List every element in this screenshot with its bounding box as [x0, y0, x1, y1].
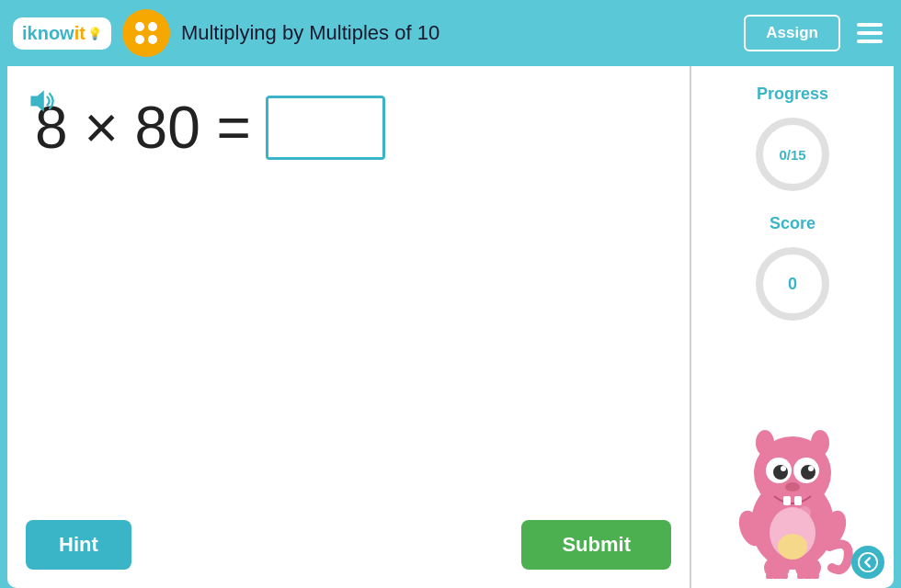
bottom-buttons: Hint Submit [26, 520, 671, 570]
submit-button[interactable]: Submit [521, 520, 671, 570]
svg-marker-0 [30, 90, 43, 111]
lesson-icon [122, 9, 170, 57]
svg-point-11 [773, 465, 788, 480]
menu-line-2 [857, 31, 883, 35]
lesson-title: Multiplying by Multiples of 10 [181, 21, 733, 45]
answer-input[interactable] [266, 96, 385, 160]
equation-area: 8 × 80 = [35, 94, 671, 162]
dot-1 [135, 22, 144, 31]
svg-rect-16 [783, 496, 791, 505]
right-panel: Progress 0/15 Score 0 [691, 66, 894, 588]
header: iknowit 💡 Multiplying by Multiples of 10… [0, 0, 901, 66]
dot-2 [148, 22, 157, 31]
svg-point-8 [811, 430, 829, 456]
svg-point-32 [859, 553, 877, 571]
sound-icon[interactable] [26, 85, 59, 121]
operator: × [84, 95, 134, 161]
assign-button[interactable]: Assign [744, 15, 840, 51]
equation-text: 8 × 80 = [35, 94, 251, 162]
operand2: 80 [135, 95, 200, 161]
menu-line-3 [857, 40, 883, 43]
back-icon [858, 552, 878, 572]
svg-point-7 [756, 430, 774, 456]
svg-point-14 [808, 466, 814, 471]
equals: = [217, 95, 251, 161]
svg-point-15 [785, 482, 800, 492]
svg-point-23 [778, 534, 807, 560]
svg-point-12 [801, 465, 815, 480]
menu-line-1 [857, 23, 883, 27]
main-area: 8 × 80 = Hint Submit Progress 0/15 Score [7, 66, 894, 588]
monster-character [724, 404, 861, 579]
menu-button[interactable] [851, 19, 888, 47]
back-button[interactable] [851, 546, 884, 579]
score-title: Score [770, 214, 815, 233]
score-value: 0 [788, 275, 797, 294]
dot-4 [148, 35, 157, 44]
lesson-icon-dots [131, 18, 161, 48]
monster-area [701, 344, 884, 579]
svg-rect-17 [794, 496, 802, 505]
score-gauge: 0 [751, 243, 834, 325]
logo: iknowit 💡 [13, 17, 111, 50]
svg-point-13 [781, 466, 786, 471]
dot-3 [135, 35, 144, 44]
progress-title: Progress [757, 85, 828, 104]
logo-text: iknowit [22, 23, 86, 44]
progress-value: 0/15 [779, 147, 805, 163]
hint-button[interactable]: Hint [26, 520, 131, 570]
progress-gauge: 0/15 [751, 113, 834, 196]
logo-bulb-icon: 💡 [87, 27, 102, 40]
left-panel: 8 × 80 = Hint Submit [7, 66, 691, 588]
